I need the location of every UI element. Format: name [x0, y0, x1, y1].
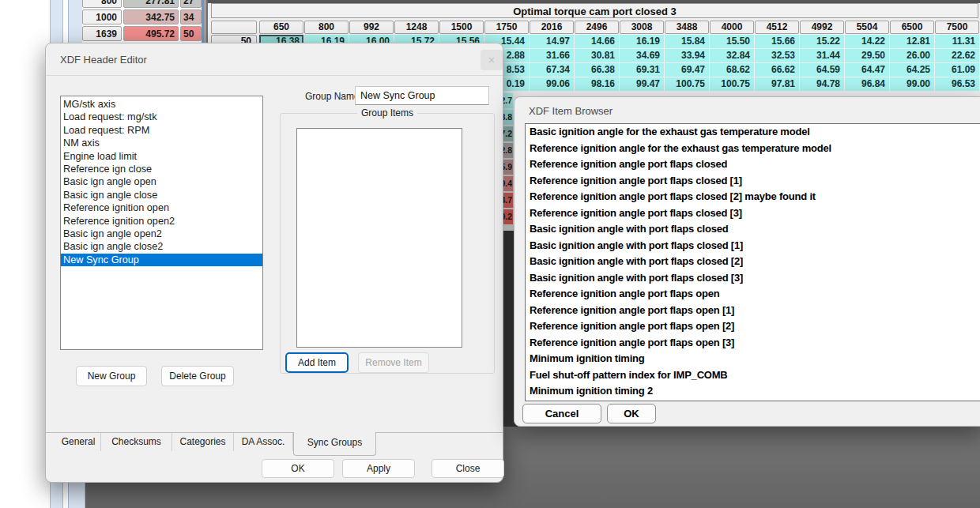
ok-button[interactable]: OK — [262, 459, 334, 478]
item-browser-item[interactable]: Minimum ignition timing 2 — [526, 383, 980, 400]
torque-cell[interactable]: 31.66 — [530, 49, 574, 62]
torque-cell[interactable]: 99.47 — [620, 77, 664, 91]
torque-column-header[interactable]: 1500 — [439, 21, 484, 34]
tab-general[interactable]: General — [56, 433, 101, 451]
tab-sync-groups[interactable]: Sync Groups — [293, 432, 376, 456]
torque-cell[interactable]: 15.66 — [755, 35, 799, 48]
group-list-item[interactable]: Basic ign angle open — [61, 175, 262, 188]
torque-cell[interactable]: 100.75 — [665, 77, 709, 91]
group-list-item[interactable]: Engine load limit — [61, 150, 262, 163]
torque-column-header[interactable]: 1750 — [484, 21, 529, 34]
left-row-label[interactable]: 1639 — [82, 26, 122, 41]
torque-cell[interactable]: 67.34 — [530, 63, 574, 77]
item-browser-item[interactable]: Minimum ignition timing — [526, 351, 980, 367]
group-items-listbox[interactable] — [296, 128, 462, 348]
torque-cell[interactable]: 64.25 — [890, 63, 934, 77]
left-row-value[interactable]: 342.75 — [123, 9, 179, 24]
sync-groups-listbox[interactable]: MG/stk axisLoad request: mg/stkLoad requ… — [60, 96, 263, 350]
group-list-item[interactable]: Load request: mg/stk — [61, 111, 262, 123]
torque-cell[interactable]: 66.38 — [575, 63, 619, 77]
group-list-item[interactable]: NM axis — [61, 137, 262, 149]
group-list-item[interactable]: Load request: RPM — [61, 124, 262, 137]
torque-column-header[interactable]: 2016 — [530, 21, 574, 34]
add-item-button[interactable]: Add Item — [285, 352, 349, 373]
torque-column-header[interactable]: 3008 — [620, 21, 664, 34]
torque-cell[interactable]: 34.69 — [620, 49, 664, 62]
item-browser-item[interactable]: Reference ignition angle port flaps clos… — [526, 156, 980, 173]
torque-cell[interactable]: 96.53 — [935, 77, 979, 91]
item-browser-item[interactable]: Basic ignition angle with port flaps clo… — [526, 238, 980, 254]
torque-cell[interactable]: 98.16 — [575, 77, 619, 91]
torque-cell[interactable]: 100.75 — [710, 77, 754, 91]
group-list-item[interactable]: Reference ignition open — [61, 201, 262, 214]
torque-cell[interactable]: 61.09 — [935, 63, 979, 77]
torque-column-header[interactable]: 992 — [349, 21, 394, 34]
torque-cell[interactable]: 15.84 — [665, 35, 709, 48]
torque-column-header[interactable]: 1248 — [394, 21, 439, 34]
item-browser-item[interactable]: Reference ignition angle port flaps open — [526, 286, 980, 303]
torque-column-header[interactable]: 4512 — [755, 21, 799, 34]
group-name-input[interactable] — [355, 86, 489, 105]
tab-categories[interactable]: Categories — [172, 433, 234, 451]
remove-item-button[interactable]: Remove Item — [358, 352, 429, 373]
torque-cell[interactable]: 99.06 — [530, 77, 574, 91]
torque-cell[interactable]: 32.84 — [710, 49, 754, 62]
left-row-partial[interactable]: 27 — [180, 0, 202, 8]
group-list-item[interactable]: New Sync Group — [61, 254, 262, 266]
item-browser-item[interactable]: Basic ignition angle for the exhaust gas… — [526, 124, 980, 141]
torque-cell[interactable]: 69.47 — [665, 63, 709, 77]
group-list-item[interactable]: Basic ign angle close2 — [61, 240, 262, 253]
torque-cell[interactable]: 31.44 — [800, 49, 844, 62]
torque-column-header[interactable]: 4000 — [710, 21, 754, 34]
tab-da-assoc-[interactable]: DA Assoc. — [234, 433, 293, 451]
torque-cell[interactable]: 11.31 — [935, 35, 979, 48]
torque-column-header[interactable]: 4992 — [800, 21, 844, 34]
torque-cell[interactable]: 16.19 — [620, 35, 664, 48]
torque-cell[interactable]: 14.22 — [845, 35, 889, 48]
torque-cell[interactable]: 30.81 — [575, 49, 619, 62]
torque-cell[interactable]: 12.81 — [890, 35, 934, 48]
left-row-label[interactable]: 1000 — [82, 9, 122, 24]
torque-cell[interactable]: 68.62 — [710, 63, 754, 77]
torque-cell[interactable]: 22.62 — [935, 49, 979, 62]
new-group-button[interactable]: New Group — [76, 366, 147, 386]
item-browser-item[interactable]: Reference ignition angle port flaps clos… — [526, 173, 980, 190]
torque-cell[interactable]: 29.50 — [845, 49, 889, 62]
item-browser-listbox[interactable]: Basic ignition angle for the exhaust gas… — [525, 123, 980, 401]
left-row-partial[interactable]: 34 — [180, 9, 202, 24]
close-icon[interactable]: × — [481, 50, 503, 70]
item-browser-item[interactable]: Reference ignition angle port flaps open… — [526, 318, 980, 335]
left-row-partial[interactable]: 50 — [180, 26, 202, 41]
close-button[interactable]: Close — [432, 459, 504, 478]
torque-cell[interactable]: 33.94 — [665, 49, 709, 62]
item-browser-item[interactable]: Reference ignition angle port flaps open… — [526, 335, 980, 352]
group-list-item[interactable]: Reference ign close — [61, 163, 262, 175]
cancel-button[interactable]: Cancel — [522, 404, 601, 423]
torque-column-header[interactable]: 2496 — [575, 21, 619, 34]
torque-cell[interactable]: 94.78 — [800, 77, 844, 91]
torque-cell[interactable]: 99.00 — [890, 77, 934, 91]
item-browser-item[interactable]: Reference ignition angle port flaps open… — [526, 303, 980, 319]
torque-cell[interactable]: 26.00 — [890, 49, 934, 62]
group-list-item[interactable]: Basic ign angle open2 — [61, 228, 262, 240]
torque-cell[interactable]: 69.31 — [620, 63, 664, 77]
torque-cell[interactable]: 32.53 — [755, 49, 799, 62]
torque-cell[interactable]: 64.47 — [845, 63, 889, 77]
tab-checksums[interactable]: Checksums — [101, 433, 172, 451]
torque-cell[interactable]: 66.62 — [755, 63, 799, 77]
torque-column-header[interactable]: 800 — [304, 21, 349, 34]
torque-cell[interactable]: 15.22 — [800, 35, 844, 48]
torque-cell[interactable]: 14.97 — [530, 35, 574, 48]
torque-column-header[interactable]: 7500 — [935, 21, 979, 34]
torque-cell[interactable]: 15.50 — [710, 35, 754, 48]
item-browser-item[interactable]: Basic ignition angle with port flaps clo… — [526, 270, 980, 287]
item-browser-item[interactable]: Reference ignition angle port flaps clos… — [526, 205, 980, 222]
torque-column-header[interactable]: 6500 — [890, 21, 934, 34]
group-list-item[interactable]: MG/stk axis — [61, 98, 262, 111]
torque-column-header[interactable]: 5504 — [845, 21, 889, 34]
group-list-item[interactable]: Basic ign angle close — [61, 189, 262, 201]
delete-group-button[interactable]: Delete Group — [161, 366, 234, 386]
group-list-item[interactable]: Reference ignition open2 — [61, 215, 262, 228]
torque-cell[interactable]: 14.66 — [575, 35, 619, 48]
left-row-label[interactable]: 800 — [82, 0, 122, 8]
